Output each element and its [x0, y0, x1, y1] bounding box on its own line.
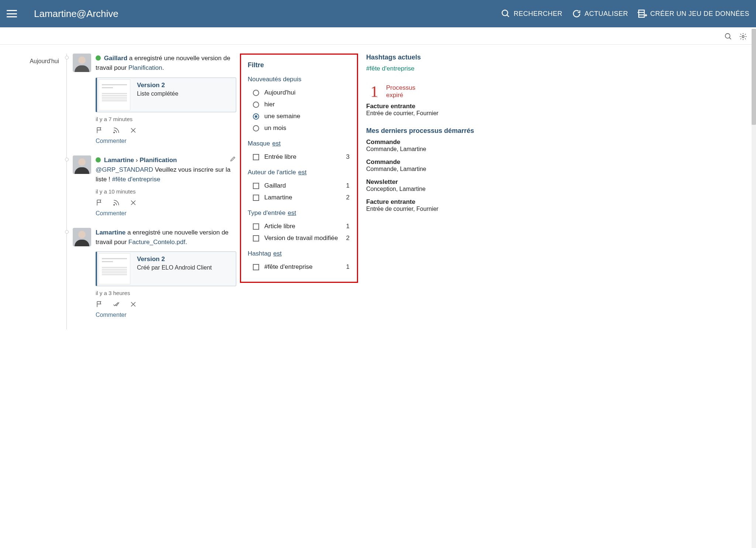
radio-month[interactable]: un mois: [248, 122, 350, 134]
expired-header[interactable]: 1 Processusexpiré: [366, 83, 477, 100]
check-label: Gaillard: [264, 182, 286, 189]
est-link[interactable]: est: [298, 169, 307, 176]
expired-item-title[interactable]: Facture entrante: [366, 103, 477, 110]
est-link[interactable]: est: [288, 209, 296, 216]
crumb-target[interactable]: Planification: [140, 157, 177, 164]
radio-label: hier: [264, 101, 275, 108]
svg-point-9: [742, 35, 744, 38]
check-row[interactable]: Entrée libre3: [248, 151, 350, 163]
hashtag-link[interactable]: #fête d'entreprise: [366, 65, 477, 72]
flag-icon[interactable]: [96, 127, 103, 134]
filter-type: Type d'entréeest Article libre1 Version …: [248, 209, 350, 244]
check-row[interactable]: Version de travail modifiée2: [248, 232, 350, 244]
checkbox-icon: [253, 154, 259, 160]
side-column: Hashtags actuels #fête d'entreprise 1 Pr…: [366, 54, 477, 329]
check-icon[interactable]: [113, 301, 120, 308]
check-row[interactable]: #fête d'entreprise1: [248, 261, 350, 273]
count: 3: [346, 153, 350, 161]
radio-today[interactable]: Aujourd'hui: [248, 87, 350, 99]
check-row[interactable]: Article libre1: [248, 220, 350, 232]
search-icon-sub[interactable]: [724, 32, 732, 41]
check-label: Version de travail modifiée: [264, 234, 338, 242]
refresh-label: ACTUALISER: [584, 10, 628, 18]
radio-icon: [253, 125, 259, 131]
process-title: Facture entrante: [366, 198, 477, 206]
filter-section-label: Hashtagest: [248, 250, 350, 257]
radio-label: une semaine: [264, 113, 300, 120]
scrollbar-thumb[interactable]: [752, 29, 756, 125]
online-indicator: [96, 157, 101, 162]
process-item[interactable]: CommandeCommande, Lamartine: [366, 158, 477, 172]
timeline-dot: [65, 56, 69, 59]
object-link[interactable]: Facture_Contelo.pdf: [128, 239, 185, 246]
svg-point-0: [502, 10, 508, 16]
close-icon[interactable]: [130, 199, 137, 206]
mention[interactable]: @GRP_STANDARD: [96, 166, 153, 173]
check-row[interactable]: Lamartine2: [248, 192, 350, 203]
count: 1: [346, 182, 350, 189]
comment-link[interactable]: Commenter: [96, 138, 236, 144]
online-indicator: [96, 55, 101, 61]
create-dataset-icon: [638, 9, 647, 18]
process-item[interactable]: CommandeCommande, Lamartine: [366, 138, 477, 153]
comment-link[interactable]: Commenter: [96, 210, 236, 217]
avatar[interactable]: [73, 54, 91, 72]
main-content: Aujourd'hui Gaillard a enregistré une no…: [0, 45, 756, 344]
comment-link[interactable]: Commenter: [96, 312, 236, 318]
close-icon[interactable]: [130, 127, 137, 134]
filter-section-label: Auteur de l'articleest: [248, 169, 350, 176]
rss-icon[interactable]: [113, 127, 120, 134]
subbar: [0, 27, 756, 45]
scrollbar[interactable]: [752, 29, 756, 344]
filter-title: Filtre: [248, 61, 350, 69]
feed-header: Lamartine a enregistré une nouvelle vers…: [96, 228, 236, 247]
version-card[interactable]: Version 2 Créé par ELO Android Client: [96, 251, 236, 286]
radio-icon: [253, 90, 259, 96]
version-title: Version 2: [137, 256, 231, 263]
est-link[interactable]: est: [273, 250, 282, 257]
search-action[interactable]: RECHERCHER: [501, 9, 562, 18]
expired-item-sub: Entrée de courrier, Fournier: [366, 110, 477, 117]
document-thumbnail: [99, 79, 130, 110]
svg-point-13: [114, 204, 115, 205]
avatar[interactable]: [73, 155, 91, 174]
rss-icon[interactable]: [113, 199, 120, 206]
refresh-action[interactable]: ACTUALISER: [572, 9, 628, 18]
check-row[interactable]: Gaillard1: [248, 180, 350, 192]
edit-icon[interactable]: [230, 155, 236, 165]
process-sub: Entrée de courrier, Fournier: [366, 206, 477, 212]
checkbox-icon: [253, 183, 259, 189]
count: 1: [346, 263, 350, 271]
checkbox-icon: [253, 235, 259, 242]
process-sub: Commande, Lamartine: [366, 146, 477, 153]
timestamp: il y a 10 minutes: [96, 188, 236, 195]
radio-yesterday[interactable]: hier: [248, 99, 350, 110]
radio-week[interactable]: une semaine: [248, 110, 350, 122]
est-link[interactable]: est: [272, 140, 281, 147]
menu-icon[interactable]: [7, 10, 17, 17]
flag-icon[interactable]: [96, 301, 103, 308]
author-link[interactable]: Lamartine: [104, 157, 134, 164]
object-link[interactable]: Planification: [128, 64, 162, 71]
count: 2: [346, 194, 350, 201]
process-item[interactable]: NewsletterConception, Lamartine: [366, 178, 477, 192]
author-link[interactable]: Lamartine: [96, 229, 126, 236]
author-link[interactable]: Gaillard: [104, 55, 127, 62]
create-action[interactable]: CRÉER UN JEU DE DONNÉES: [638, 9, 749, 18]
process-sub: Commande, Lamartine: [366, 166, 477, 172]
expired-count: 1: [366, 83, 382, 100]
avatar[interactable]: [73, 228, 91, 246]
today-label: Aujourd'hui: [7, 58, 59, 65]
process-item[interactable]: Facture entranteEntrée de courrier, Four…: [366, 198, 477, 212]
side-hashtags: Hashtags actuels #fête d'entreprise: [366, 54, 477, 72]
filter-since: Nouveautés depuis Aujourd'hui hier une s…: [248, 76, 350, 134]
timestamp: il y a 7 minutes: [96, 116, 236, 122]
filter-panel: Filtre Nouveautés depuis Aujourd'hui hie…: [240, 54, 358, 283]
hashtag-link[interactable]: #fête d'entreprise: [112, 176, 160, 183]
flag-icon[interactable]: [96, 199, 103, 206]
filter-column: Filtre Nouveautés depuis Aujourd'hui hie…: [240, 54, 358, 329]
close-icon[interactable]: [130, 301, 137, 308]
gear-icon[interactable]: [739, 32, 747, 41]
process-sub: Conception, Lamartine: [366, 186, 477, 192]
version-card[interactable]: Version 2 Liste complétée: [96, 78, 236, 112]
